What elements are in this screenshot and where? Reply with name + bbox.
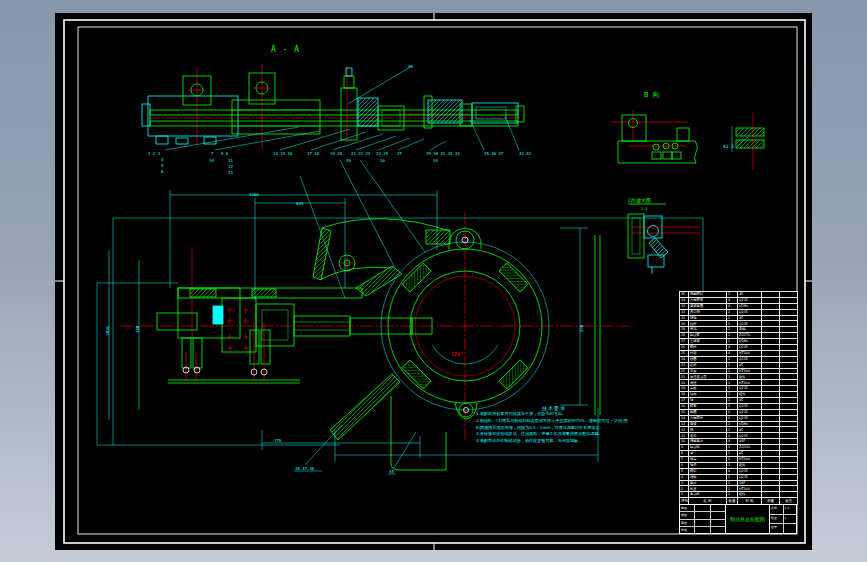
title-block-row: 批准: [680, 527, 725, 533]
cad-viewer-canvas[interactable]: A - A B 向 C向放大图 1 2 34567109 811121314 1…: [0, 0, 867, 562]
balloon-7: 7: [211, 151, 214, 156]
balloon-6: 6: [161, 169, 164, 174]
dim-170: 170: [274, 438, 282, 443]
drawing-title: 制动器总装配图: [730, 516, 765, 522]
title-block-cell: 1:2: [784, 505, 797, 514]
balloon-34: 34: [433, 158, 438, 163]
dim-346: 346: [579, 324, 584, 332]
title-block-cell: [711, 527, 725, 533]
balloon-11: 11: [228, 158, 233, 163]
title-block-cell: [784, 524, 797, 533]
dim-120-deg: 120°: [451, 351, 463, 357]
note-line: 4.装配完毕后作制动试验，动作应灵敏可靠，无卡阻现象。: [476, 438, 636, 445]
detail-c-label: C向放大图: [628, 197, 651, 204]
balloon-49: 49: [408, 64, 413, 69]
balloon-41-42: 41 42: [519, 151, 532, 156]
title-block-row: 图号: [770, 524, 796, 533]
section-aa-label: A - A: [271, 45, 300, 54]
detail-42-5-linework: [732, 126, 764, 152]
balloon-5: 5: [161, 163, 164, 168]
balloon-14-15-16: 14 15 16: [273, 151, 293, 156]
balloon-4: 4: [161, 157, 164, 162]
dim-1360: 1360: [249, 192, 259, 197]
title-block-cell: [695, 505, 710, 511]
note-line: 时两侧闸瓦退距相等，间隙为0.5～1mm，可通过调整拉杆长度保证。: [476, 425, 636, 432]
note-line: 1.装配前所有零件均须清洗干净，去除毛刺飞边。: [476, 411, 636, 418]
balloon-9-8: 9 8: [221, 151, 229, 156]
detail-c-linework: [628, 204, 668, 274]
title-block-center: 制动器总装配图: [726, 505, 770, 533]
title-block-cell: 制图: [680, 505, 695, 511]
title-block-row: 审核: [680, 520, 725, 527]
title-block-cell: 批准: [680, 527, 695, 533]
section-aa-view: [142, 68, 524, 144]
title-block-cell: 数量: [770, 515, 784, 524]
balloon-29-33: 29 30 31 32 33: [426, 151, 460, 156]
technical-notes: 技术要求 1.装配前所有零件均须清洗干净，去除毛刺飞边。2.制动时：(1)闸瓦与…: [476, 405, 636, 445]
note-line: 2.制动时：(1)闸瓦与制动轮贴合面积不得小于总面积的75%，接触应均匀；(2)…: [476, 418, 636, 425]
dim-640: 640: [296, 201, 304, 206]
notes-lines: 1.装配前所有零件均须清洗干净，去除毛刺飞边。2.制动时：(1)闸瓦与制动轮贴合…: [476, 411, 636, 445]
title-block-cell: [711, 505, 725, 511]
title-block-signature-grid: 制图描图审核批准: [680, 505, 726, 533]
note-line: 3.各铰接处应转动灵活，注润滑脂，弹簧工作压缩量按图示数值调整。: [476, 431, 636, 438]
detail-c-scale-text: 1:1: [641, 207, 647, 211]
title-block-row: 制图: [680, 505, 725, 512]
title-block-cell: [695, 527, 710, 533]
title-block-row: 描图: [680, 512, 725, 519]
balloon-19-20: 19 20: [330, 151, 343, 156]
balloon-1-2-3: 1 2 3: [148, 151, 161, 156]
title-block-row: 数量1: [770, 515, 796, 525]
balloon-45: 45: [389, 469, 394, 474]
dim-1016: 1016: [105, 326, 110, 336]
balloon-12: 12: [228, 164, 233, 169]
balloon-27: 27: [397, 151, 402, 156]
title-block-cell: [695, 512, 710, 518]
balloon-13: 13: [228, 170, 233, 175]
title-block: 制图描图审核批准 制动器总装配图 比例1:2数量1图号: [679, 504, 797, 534]
balloon-10: 10: [209, 158, 214, 163]
title-block-cell: 比例: [770, 505, 784, 514]
view-labels: A - A B 向 C向放大图: [271, 45, 659, 204]
title-block-cell: 审核: [680, 520, 695, 526]
balloon-38-47-48: 38.47.48: [295, 466, 315, 471]
dim-380: 380: [135, 325, 140, 333]
view-b-label: B 向: [644, 91, 659, 99]
balloon-21-22-23: 21 22 23: [351, 151, 371, 156]
title-block-scale-grid: 比例1:2数量1图号: [770, 505, 796, 533]
title-block-cell: 描图: [680, 512, 695, 518]
title-block-cell: [695, 520, 710, 526]
balloon-26: 26: [380, 158, 385, 163]
balloon-24-25: 24 25: [376, 151, 389, 156]
balloon-35-37: 35 36 37: [484, 151, 504, 156]
title-block-cell: [711, 520, 725, 526]
balloon-17-18: 17 18: [307, 151, 320, 156]
title-block-cell: [711, 512, 725, 518]
title-block-row: 比例1:2: [770, 505, 796, 515]
balloon-28: 28: [346, 158, 351, 163]
title-block-cell: 1: [784, 515, 797, 524]
parts-list-table: 35调整螺钉24534六角螺母4Q23533弹簧垫圈465Mn32开口销2Q23…: [679, 291, 798, 505]
title-block-cell: 图号: [770, 524, 784, 533]
dim-42-5: 42.5: [723, 144, 734, 149]
